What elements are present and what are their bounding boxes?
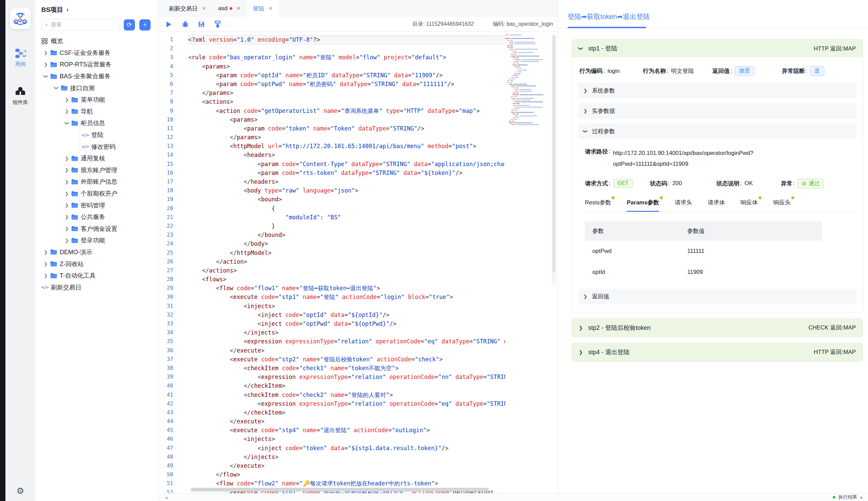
rail-item-use-cases[interactable]: 用例 [14,48,26,67]
flow-tab[interactable]: 登陆➡获取token➡退出登陆 [568,12,650,21]
tree-item-菜单功能[interactable]: ❯菜单功能 [35,94,158,106]
search-input[interactable] [51,22,108,28]
param-tab-响应头[interactable]: 响应头 [773,199,791,212]
tree-item-Z-回收站[interactable]: ❯Z-回收站 [35,258,158,270]
code-line-33[interactable]: <inject code="optPwd" data="${optPwd}"/> [188,319,505,328]
tree-item-登录功能[interactable]: ❯登录功能 [35,235,158,246]
tree-item-T-自动化工具[interactable]: ❯T-自动化工具 [35,270,158,282]
code-line-39[interactable]: <expression expressionType="relation" op… [188,373,505,381]
code-line-23[interactable]: </bound> [188,231,505,239]
tree-item-CSF-证金业务服务[interactable]: ❯CSF-证金业务服务 [35,47,158,59]
param-tab-请求头[interactable]: 请求头 [675,199,692,212]
vertical-scrollbar-thumb[interactable] [552,35,556,273]
vertical-scrollbar[interactable] [552,34,556,285]
code-line-22[interactable]: } [188,222,505,231]
code-line-17[interactable]: </headers> [188,177,505,186]
code-line-35[interactable]: <expression expressionType="relation" op… [188,337,505,346]
tree-item-股东账户管理[interactable]: ❯股东账户管理 [35,164,158,176]
code-line-51[interactable]: <flow code="flow2" name="🔑每次请求token把放在he… [188,479,505,488]
tree-item-通用复核[interactable]: ❯通用复核 [35,152,158,164]
code-line-38[interactable]: <checkItem code="check1" name="token不能为空… [188,364,505,373]
rail-item-component-library[interactable]: 组件库 [13,86,28,106]
param-tab-Params参数[interactable]: Params参数 [627,199,659,212]
code-line-2[interactable] [188,44,505,53]
step-card-stp4[interactable]: ❯stp4 - 退出登陆HTTP 返回:MAP [572,343,863,362]
editor-tab-刷新交易日[interactable]: 刷新交易日✕ [163,0,212,17]
code-line-31[interactable]: <injects> [188,302,505,310]
code-line-13[interactable]: <httpModel url="http://172.20.101.65:140… [188,142,505,150]
code-line-7[interactable]: </params> [188,88,505,97]
code-line-8[interactable]: <actions> [188,97,505,106]
code-line-43[interactable]: </checkItem> [188,408,505,417]
code-line-18[interactable]: <body type="raw" language="json"> [188,186,505,195]
step-stp1-header[interactable]: ❯ stp1 - 登陆 HTTP 返回:MAP [572,40,862,57]
code-line-49[interactable]: </execute> [188,461,505,470]
code-line-30[interactable]: <execute code="stp1" name="登陆" actionCod… [188,292,505,301]
tree-item-刷新交易日[interactable]: </>刷新交易日 [35,281,158,293]
code-line-24[interactable]: </body> [188,239,505,248]
save-button[interactable] [198,21,205,28]
search-box[interactable]: ⌕ [41,19,119,31]
code-content[interactable]: <?xml version="1.0" encoding="UTF-8"?> <… [178,35,558,493]
horizontal-scrollbar[interactable] [191,488,489,491]
return-chip[interactable]: 接受 [735,66,754,76]
tree-item-登陆[interactable]: </>登陆 [35,129,158,141]
code-line-29[interactable]: <flow code="flow1" name="登陆➡获取token➡退出登陆… [188,284,505,292]
code-line-40[interactable]: </checkItem> [188,381,505,390]
code-line-34[interactable]: </injects> [188,328,505,337]
tree-item-概览[interactable]: 概览 [35,35,158,47]
tree-item-客户佣金设置[interactable]: ❯客户佣金设置 [35,223,158,235]
code-line-42[interactable]: <expression expressionType="relation" op… [188,399,505,408]
param-tab-Rests参数[interactable]: Rests参数 [585,199,611,212]
section-system-params[interactable]: ❯ 系统参数 [578,83,857,98]
close-icon[interactable]: ✕ [202,6,206,11]
tree-item-接口自测[interactable]: ❯接口自测 [35,82,158,94]
code-line-47[interactable]: <inject code="token" data="${stp1.data.r… [188,444,505,452]
param-tab-响应体[interactable]: 响应体 [741,199,758,212]
code-line-37[interactable]: <execute code="stp2" name="登陆后校验token" a… [188,355,505,364]
tree-item-外部账户信息[interactable]: ❯外部账户信息 [35,176,158,188]
code-line-25[interactable]: </httpModel> [188,248,505,257]
close-icon[interactable]: ✕ [236,6,241,11]
format-brush-button[interactable] [214,21,221,28]
run-button[interactable] [165,21,172,28]
add-button[interactable]: + [139,19,150,31]
code-line-6[interactable]: <param code="optPwd" name="柜员密码" dataTyp… [188,80,505,88]
param-tab-请求体[interactable]: 请求体 [708,199,725,212]
tree-item-修改密码[interactable]: </>修改密码 [35,141,158,152]
section-actual-params[interactable]: ❯ 实参数据 [578,103,857,119]
tree-item-柜员信息[interactable]: ❯柜员信息 [35,117,158,129]
tree-item-密码管理[interactable]: ❯密码管理 [35,199,158,211]
settings-gear-icon[interactable]: ⚙ [16,486,24,496]
code-line-16[interactable]: <param code="rts-token" dataType="STRING… [188,169,505,177]
code-line-46[interactable]: <injects> [188,435,505,444]
editor-tab-登陆[interactable]: 登陆✕ [247,0,279,17]
tree-item-BAS-业务聚合服务[interactable]: ❯BAS-业务聚合服务 [35,71,158,82]
code-line-12[interactable]: </params> [188,133,505,142]
code-line-44[interactable]: </execute> [188,417,505,426]
tree-item-ROP-RTS运营服务[interactable]: ❯ROP-RTS运营服务 [35,58,158,71]
code-line-5[interactable]: <param code="optId" name="柜员ID" dataType… [188,71,505,80]
collapse-panel-button[interactable]: « [165,494,168,500]
code-editor[interactable]: 1234567891011121314151617181920212223242… [158,32,558,493]
code-line-50[interactable]: </flow> [188,470,505,479]
tree-item-DEMO-演示[interactable]: ❯DEMO-演示 [35,246,158,258]
code-line-10[interactable]: <params> [188,115,505,124]
code-line-32[interactable]: <inject code="optId" data="${optId}"/> [188,310,505,319]
code-line-28[interactable]: <flows> [188,275,505,284]
code-line-3[interactable]: <rule code="bas_operator_login" name="登陆… [188,53,505,62]
code-line-48[interactable]: </injects> [188,452,505,461]
code-line-15[interactable]: <param code="Content-Type" dataType="STR… [188,160,505,169]
code-line-4[interactable]: <params> [188,62,505,71]
code-line-41[interactable]: <checkItem code="check2" name="登陆的人要对"> [188,391,505,399]
code-line-14[interactable]: <headers> [188,150,505,159]
code-line-45[interactable]: <execute code="stp4" name="退出登陆" actionC… [188,426,505,435]
app-logo[interactable] [10,8,31,29]
execution-result-toggle[interactable]: 执行结果 » [833,494,862,500]
code-line-1[interactable]: <?xml version="1.0" encoding="UTF-8"?> [188,35,505,44]
code-line-19[interactable]: <bound> [188,195,505,204]
code-line-20[interactable]: { [188,204,505,213]
code-line-27[interactable]: </actions> [188,266,505,275]
debug-button[interactable] [181,21,189,28]
project-title-row[interactable]: BS项目 › [35,0,158,14]
